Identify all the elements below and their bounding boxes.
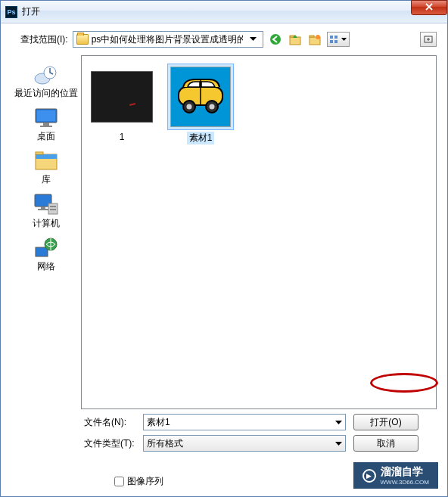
network-icon xyxy=(33,236,60,260)
image-sequence-checkbox[interactable] xyxy=(114,477,124,486)
extra-button[interactable] xyxy=(420,32,437,47)
chevron-down-icon xyxy=(335,438,342,449)
svg-rect-7 xyxy=(334,36,338,39)
file-item-2[interactable]: 素材1 xyxy=(166,64,235,144)
lookin-select[interactable]: ps中如何处理将图片背景设置成透明的 xyxy=(73,31,263,48)
file-list-pane[interactable]: 1 xyxy=(81,55,437,409)
places-bar: 最近访问的位置 桌面 库 xyxy=(11,55,81,409)
svg-rect-26 xyxy=(36,247,48,256)
image-sequence-label: 图像序列 xyxy=(127,475,163,488)
app-icon: Ps xyxy=(5,6,17,18)
place-computer[interactable]: 计算机 xyxy=(14,190,78,231)
svg-rect-18 xyxy=(36,154,57,159)
svg-rect-9 xyxy=(334,40,338,43)
filename-label: 文件名(N): xyxy=(84,416,143,429)
libraries-icon xyxy=(33,149,60,173)
cancel-button[interactable]: 取消 xyxy=(353,435,418,452)
file-thumbnail xyxy=(170,67,231,127)
svg-point-5 xyxy=(316,35,320,39)
filename-combo[interactable]: 素材1 xyxy=(143,414,346,430)
titlebar[interactable]: Ps 打开 xyxy=(1,1,447,23)
svg-point-33 xyxy=(210,104,215,110)
svg-rect-24 xyxy=(50,206,56,207)
svg-rect-25 xyxy=(50,209,56,210)
svg-rect-1 xyxy=(290,37,300,45)
computer-icon xyxy=(33,193,60,217)
chevron-down-icon xyxy=(247,32,260,47)
play-icon: ▶ xyxy=(362,469,376,483)
chevron-down-icon xyxy=(335,417,342,427)
filetype-label: 文件类型(T): xyxy=(84,437,143,450)
svg-rect-22 xyxy=(38,209,48,210)
place-network[interactable]: 网络 xyxy=(14,233,78,275)
desktop-icon xyxy=(33,106,60,130)
open-dialog: Ps 打开 查找范围(I): ps中如何处理将图片背景设置成透明的 xyxy=(0,0,448,497)
svg-rect-14 xyxy=(37,110,55,121)
svg-rect-6 xyxy=(330,36,333,39)
watermark: ▶ 溜溜自学 WWW.3D66.COM xyxy=(353,462,438,489)
view-menu-button[interactable] xyxy=(327,32,350,47)
place-libraries[interactable]: 库 xyxy=(14,146,78,188)
filetype-combo[interactable]: 所有格式 xyxy=(143,435,346,452)
svg-point-0 xyxy=(270,34,281,45)
svg-rect-15 xyxy=(43,123,49,126)
lookin-label: 查找范围(I): xyxy=(20,33,68,46)
up-button[interactable] xyxy=(288,32,303,47)
file-item-1[interactable]: 1 xyxy=(88,64,156,144)
place-desktop[interactable]: 桌面 xyxy=(14,103,78,144)
recent-icon xyxy=(33,63,60,87)
close-button[interactable] xyxy=(411,0,447,15)
svg-point-31 xyxy=(187,104,192,110)
folder-icon xyxy=(76,34,89,45)
new-folder-button[interactable] xyxy=(307,32,322,47)
svg-rect-21 xyxy=(41,207,45,209)
open-button[interactable]: 打开(O) xyxy=(353,414,418,430)
svg-rect-19 xyxy=(36,152,43,154)
lookin-value: ps中如何处理将图片背景设置成透明的 xyxy=(92,33,243,46)
svg-rect-16 xyxy=(40,126,52,127)
back-button[interactable] xyxy=(268,32,283,47)
svg-rect-8 xyxy=(330,40,333,43)
svg-rect-4 xyxy=(310,36,314,37)
close-icon xyxy=(425,3,433,12)
place-recent[interactable]: 最近访问的位置 xyxy=(14,60,78,101)
window-title: 打开 xyxy=(22,5,40,18)
file-thumbnail xyxy=(91,71,153,123)
